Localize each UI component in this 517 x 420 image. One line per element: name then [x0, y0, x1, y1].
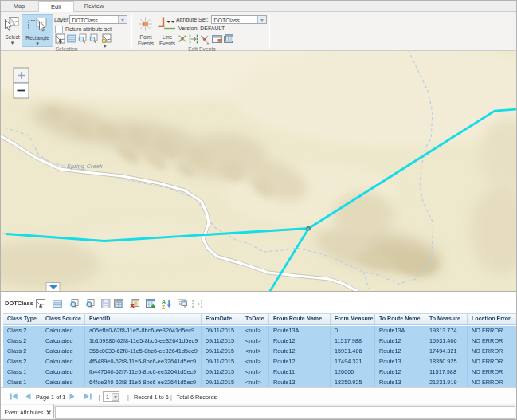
svg-text:Spring Creek: Spring Creek	[67, 163, 103, 170]
svg-text:Z: Z	[162, 304, 165, 309]
